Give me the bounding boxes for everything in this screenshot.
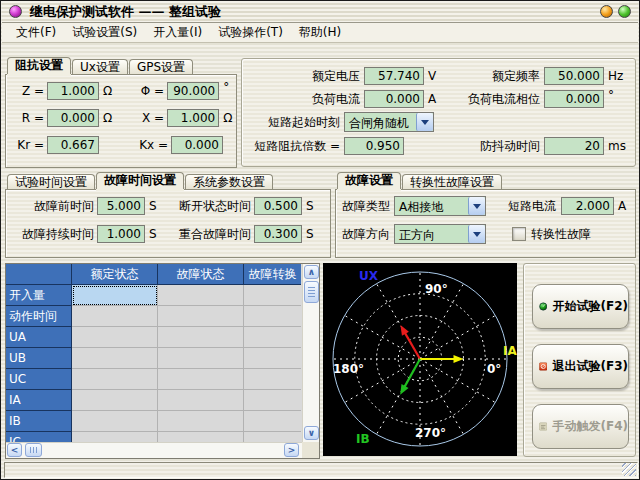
z-field[interactable] — [47, 82, 99, 100]
menu-item-test-settings[interactable]: 试验设置(S) — [64, 22, 145, 43]
table-cell[interactable] — [244, 306, 301, 327]
close-button[interactable] — [618, 5, 631, 18]
table-cell[interactable] — [158, 369, 244, 390]
open-time-field[interactable] — [254, 197, 302, 215]
horizontal-scroll-thumb[interactable] — [25, 443, 42, 457]
manual-trigger-button[interactable]: 手动触发(F4) — [532, 404, 629, 449]
tab-test-time[interactable]: 试验时间设置 — [7, 174, 95, 189]
phasor-vector-green — [404, 359, 420, 389]
tab-ux[interactable]: Ux设置 — [72, 59, 128, 74]
table-cell[interactable] — [72, 348, 158, 369]
tab-fault-time[interactable]: 故障时间设置 — [96, 172, 184, 189]
table-vertical-scrollbar[interactable]: ∧ ∨ — [302, 264, 319, 442]
rated-voltage-field[interactable] — [364, 67, 424, 85]
table-row-header[interactable]: IC — [6, 432, 72, 442]
table-cell[interactable] — [158, 411, 244, 432]
table-cell[interactable] — [72, 306, 158, 327]
x-field[interactable] — [167, 109, 219, 127]
phasor-vector-arrowhead-green — [400, 384, 408, 395]
z-label: Z = — [18, 84, 44, 98]
table-row-header[interactable]: UA — [6, 327, 72, 348]
table-cell[interactable] — [158, 348, 244, 369]
table-cell[interactable] — [158, 390, 244, 411]
load-current-field[interactable] — [364, 90, 424, 108]
anti-shake-label: 防抖动时间 — [404, 138, 540, 155]
table-cell[interactable] — [158, 306, 244, 327]
table-row-header[interactable]: IB — [6, 411, 72, 432]
table-column-header-1[interactable]: 额定状态 — [72, 264, 158, 285]
table-cell[interactable] — [244, 327, 301, 348]
short-current-field[interactable] — [561, 197, 614, 215]
table-row-header[interactable]: UB — [6, 348, 72, 369]
table-cell[interactable] — [72, 432, 158, 442]
system-menu-icon[interactable] — [9, 5, 22, 18]
table-corner-header[interactable] — [6, 264, 72, 285]
resize-grip-icon[interactable] — [622, 463, 636, 476]
scroll-left-icon[interactable]: < — [7, 443, 22, 457]
table-cell[interactable] — [158, 327, 244, 348]
reclose-time-field[interactable] — [254, 225, 302, 243]
tab-gps[interactable]: GPS设置 — [129, 59, 193, 74]
load-current-phase-field[interactable] — [544, 90, 604, 108]
table-cell[interactable] — [72, 327, 158, 348]
menu-item-file[interactable]: 文件(F) — [8, 22, 64, 43]
tab-convert-fault[interactable]: 转换性故障设置 — [402, 174, 502, 189]
table-cell[interactable] — [244, 285, 301, 306]
table-cell[interactable] — [244, 411, 301, 432]
vertical-scroll-thumb[interactable] — [304, 281, 319, 303]
table-column-header-2[interactable]: 故障状态 — [158, 264, 244, 285]
table-cell[interactable] — [72, 369, 158, 390]
rated-freq-field[interactable] — [544, 67, 604, 85]
prefault-time-field[interactable] — [97, 197, 145, 215]
phi-field[interactable] — [167, 82, 219, 100]
table-row-header[interactable]: 动作时间 — [6, 306, 72, 327]
table-row-header[interactable]: IA — [6, 390, 72, 411]
kr-field[interactable] — [47, 136, 99, 154]
fault-type-dropdown-arrow-icon[interactable] — [468, 197, 485, 215]
start-test-button[interactable]: 开始试验(F2) — [532, 284, 629, 329]
menu-item-help[interactable]: 帮助(H) — [291, 22, 349, 43]
manual-trigger-label: 手动触发(F4) — [552, 418, 628, 435]
fault-duration-field[interactable] — [97, 225, 145, 243]
table-cell[interactable] — [244, 348, 301, 369]
table-horizontal-scrollbar[interactable]: < > — [6, 442, 302, 458]
convert-fault-checkbox[interactable] — [512, 227, 526, 241]
table-cell[interactable] — [158, 432, 244, 442]
table-row: 动作时间 — [6, 306, 302, 327]
tab-fault[interactable]: 故障设置 — [337, 172, 401, 189]
kx-field[interactable] — [171, 136, 223, 154]
fault-type-dropdown[interactable]: A相接地 — [394, 196, 486, 216]
fault-direction-dropdown[interactable]: 正方向 — [394, 224, 486, 244]
menu-item-test-operation[interactable]: 试验操作(T) — [210, 22, 291, 43]
short-start-dropdown-arrow-icon[interactable] — [416, 113, 433, 131]
exit-test-button[interactable]: 退出试验(F3) — [532, 344, 629, 389]
scroll-down-icon[interactable]: ∨ — [304, 426, 319, 440]
anti-shake-field[interactable] — [544, 137, 604, 155]
table-cell[interactable] — [244, 369, 301, 390]
r-field[interactable] — [47, 109, 99, 127]
scroll-up-icon[interactable]: ∧ — [304, 265, 319, 279]
table-cell[interactable] — [244, 390, 301, 411]
tab-system-params[interactable]: 系统参数设置 — [185, 174, 273, 189]
minimize-button[interactable] — [600, 5, 613, 18]
tab-impedance[interactable]: 阻抗设置 — [7, 57, 71, 74]
table-column-header-3[interactable]: 故障转换 — [244, 264, 301, 285]
impedance-multiple-field[interactable] — [344, 137, 404, 155]
status-bar — [4, 462, 638, 478]
scroll-right-icon[interactable]: > — [284, 443, 299, 457]
menu-item-binary-input[interactable]: 开入量(I) — [145, 22, 210, 43]
table-cell[interactable] — [158, 285, 244, 306]
table-row-header[interactable]: UC — [6, 369, 72, 390]
table-cell[interactable] — [72, 390, 158, 411]
phasor-vectors — [400, 325, 463, 395]
table-row: IB — [6, 411, 302, 432]
short-start-dropdown[interactable]: 合闸角随机 — [344, 112, 434, 132]
table-cell[interactable] — [72, 411, 158, 432]
table-cell[interactable] — [244, 432, 301, 442]
phi-label: Φ = — [128, 84, 164, 98]
load-current-phase-unit: ° — [608, 88, 614, 102]
table-row-header[interactable]: 开入量 — [6, 285, 72, 306]
table-cell[interactable] — [72, 285, 158, 306]
fault-direction-dropdown-arrow-icon[interactable] — [468, 225, 485, 243]
manual-trigger-icon — [539, 416, 547, 437]
